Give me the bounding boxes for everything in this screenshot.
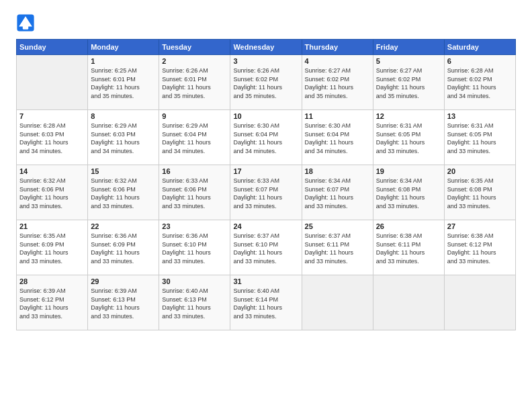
day-info: Sunrise: 6:39 AMSunset: 6:13 PMDaylight:… [91, 287, 156, 320]
day-number: 5 [376, 57, 441, 65]
day-info: Sunrise: 6:27 AMSunset: 6:02 PMDaylight:… [305, 66, 370, 100]
weekday-header-saturday: Saturday [444, 40, 515, 55]
week-row-3: 14Sunrise: 6:32 AMSunset: 6:06 PMDayligh… [17, 165, 516, 220]
header [16, 13, 516, 32]
day-number: 25 [305, 222, 370, 230]
day-info: Sunrise: 6:28 AMSunset: 6:02 PMDaylight:… [447, 66, 513, 100]
calendar-cell: 19Sunrise: 6:34 AMSunset: 6:08 PMDayligh… [373, 165, 444, 220]
calendar-cell: 21Sunrise: 6:35 AMSunset: 6:09 PMDayligh… [17, 220, 88, 275]
weekday-header-friday: Friday [373, 40, 444, 55]
calendar-cell: 20Sunrise: 6:35 AMSunset: 6:08 PMDayligh… [444, 165, 515, 220]
svg-rect-2 [23, 24, 28, 29]
calendar-cell: 16Sunrise: 6:33 AMSunset: 6:06 PMDayligh… [159, 165, 230, 220]
day-number: 21 [19, 222, 85, 230]
day-info: Sunrise: 6:37 AMSunset: 6:10 PMDaylight:… [233, 232, 298, 265]
calendar-cell: 18Sunrise: 6:34 AMSunset: 6:07 PMDayligh… [302, 165, 373, 220]
day-number: 26 [376, 222, 441, 230]
day-info: Sunrise: 6:35 AMSunset: 6:08 PMDaylight:… [447, 177, 513, 210]
week-row-1: 1Sunrise: 6:25 AMSunset: 6:01 PMDaylight… [17, 55, 516, 110]
calendar-cell [373, 275, 444, 330]
day-info: Sunrise: 6:28 AMSunset: 6:03 PMDaylight:… [19, 122, 85, 155]
day-number: 4 [305, 57, 370, 65]
calendar-cell: 29Sunrise: 6:39 AMSunset: 6:13 PMDayligh… [88, 275, 159, 330]
day-info: Sunrise: 6:38 AMSunset: 6:11 PMDaylight:… [376, 232, 441, 265]
calendar-cell [302, 275, 373, 330]
logo [16, 13, 38, 32]
day-number: 11 [305, 112, 370, 120]
day-number: 10 [233, 112, 298, 120]
day-number: 2 [162, 57, 227, 65]
calendar-cell: 15Sunrise: 6:32 AMSunset: 6:06 PMDayligh… [88, 165, 159, 220]
day-number: 17 [233, 167, 298, 175]
page: SundayMondayTuesdayWednesdayThursdayFrid… [0, 0, 532, 411]
calendar-cell: 11Sunrise: 6:30 AMSunset: 6:04 PMDayligh… [302, 110, 373, 165]
calendar-cell: 17Sunrise: 6:33 AMSunset: 6:07 PMDayligh… [230, 165, 302, 220]
day-number: 3 [233, 57, 298, 65]
header-row: SundayMondayTuesdayWednesdayThursdayFrid… [17, 40, 516, 55]
day-number: 23 [162, 222, 227, 230]
day-number: 9 [162, 112, 227, 120]
day-info: Sunrise: 6:26 AMSunset: 6:02 PMDaylight:… [233, 66, 298, 100]
weekday-header-thursday: Thursday [302, 40, 373, 55]
day-info: Sunrise: 6:36 AMSunset: 6:10 PMDaylight:… [162, 232, 227, 265]
day-number: 27 [447, 222, 513, 230]
calendar-cell: 1Sunrise: 6:25 AMSunset: 6:01 PMDaylight… [88, 55, 159, 110]
day-info: Sunrise: 6:38 AMSunset: 6:12 PMDaylight:… [447, 232, 513, 265]
calendar-cell: 10Sunrise: 6:30 AMSunset: 6:04 PMDayligh… [230, 110, 302, 165]
day-info: Sunrise: 6:29 AMSunset: 6:03 PMDaylight:… [91, 122, 156, 155]
day-number: 13 [447, 112, 513, 120]
day-info: Sunrise: 6:30 AMSunset: 6:04 PMDaylight:… [305, 122, 370, 155]
day-number: 22 [91, 222, 156, 230]
day-info: Sunrise: 6:34 AMSunset: 6:08 PMDaylight:… [376, 177, 441, 210]
calendar-cell: 28Sunrise: 6:39 AMSunset: 6:12 PMDayligh… [17, 275, 88, 330]
calendar-cell: 9Sunrise: 6:29 AMSunset: 6:04 PMDaylight… [159, 110, 230, 165]
calendar-cell: 8Sunrise: 6:29 AMSunset: 6:03 PMDaylight… [88, 110, 159, 165]
day-number: 16 [162, 167, 227, 175]
calendar-cell: 2Sunrise: 6:26 AMSunset: 6:01 PMDaylight… [159, 55, 230, 110]
day-number: 15 [91, 167, 156, 175]
day-info: Sunrise: 6:36 AMSunset: 6:09 PMDaylight:… [91, 232, 156, 265]
calendar-cell: 13Sunrise: 6:31 AMSunset: 6:05 PMDayligh… [444, 110, 515, 165]
calendar-cell: 12Sunrise: 6:31 AMSunset: 6:05 PMDayligh… [373, 110, 444, 165]
day-number: 19 [376, 167, 441, 175]
weekday-header-tuesday: Tuesday [159, 40, 230, 55]
weekday-header-monday: Monday [88, 40, 159, 55]
day-info: Sunrise: 6:32 AMSunset: 6:06 PMDaylight:… [19, 177, 85, 210]
calendar-cell: 3Sunrise: 6:26 AMSunset: 6:02 PMDaylight… [230, 55, 302, 110]
day-number: 7 [19, 112, 85, 120]
day-info: Sunrise: 6:33 AMSunset: 6:06 PMDaylight:… [162, 177, 227, 210]
calendar-cell: 6Sunrise: 6:28 AMSunset: 6:02 PMDaylight… [444, 55, 515, 110]
calendar-cell [17, 55, 88, 110]
day-info: Sunrise: 6:40 AMSunset: 6:14 PMDaylight:… [233, 287, 298, 320]
week-row-4: 21Sunrise: 6:35 AMSunset: 6:09 PMDayligh… [17, 220, 516, 275]
day-info: Sunrise: 6:39 AMSunset: 6:12 PMDaylight:… [19, 287, 85, 320]
calendar-cell: 22Sunrise: 6:36 AMSunset: 6:09 PMDayligh… [88, 220, 159, 275]
calendar-cell: 24Sunrise: 6:37 AMSunset: 6:10 PMDayligh… [230, 220, 302, 275]
day-number: 30 [162, 277, 227, 285]
day-info: Sunrise: 6:35 AMSunset: 6:09 PMDaylight:… [19, 232, 85, 265]
day-number: 18 [305, 167, 370, 175]
day-info: Sunrise: 6:26 AMSunset: 6:01 PMDaylight:… [162, 66, 227, 100]
day-number: 8 [91, 112, 156, 120]
day-number: 1 [91, 57, 156, 65]
day-info: Sunrise: 6:29 AMSunset: 6:04 PMDaylight:… [162, 122, 227, 155]
day-number: 28 [19, 277, 85, 285]
calendar-cell: 5Sunrise: 6:27 AMSunset: 6:02 PMDaylight… [373, 55, 444, 110]
calendar-cell: 4Sunrise: 6:27 AMSunset: 6:02 PMDaylight… [302, 55, 373, 110]
day-info: Sunrise: 6:33 AMSunset: 6:07 PMDaylight:… [233, 177, 298, 210]
calendar-cell [444, 275, 515, 330]
logo-icon [16, 13, 35, 32]
calendar-cell: 30Sunrise: 6:40 AMSunset: 6:13 PMDayligh… [159, 275, 230, 330]
day-number: 14 [19, 167, 85, 175]
day-info: Sunrise: 6:25 AMSunset: 6:01 PMDaylight:… [91, 66, 156, 100]
calendar-table: SundayMondayTuesdayWednesdayThursdayFrid… [16, 39, 516, 330]
day-info: Sunrise: 6:32 AMSunset: 6:06 PMDaylight:… [91, 177, 156, 210]
calendar-cell: 23Sunrise: 6:36 AMSunset: 6:10 PMDayligh… [159, 220, 230, 275]
day-number: 24 [233, 222, 298, 230]
week-row-5: 28Sunrise: 6:39 AMSunset: 6:12 PMDayligh… [17, 275, 516, 330]
day-info: Sunrise: 6:31 AMSunset: 6:05 PMDaylight:… [447, 122, 513, 155]
weekday-header-sunday: Sunday [17, 40, 88, 55]
calendar-cell: 31Sunrise: 6:40 AMSunset: 6:14 PMDayligh… [230, 275, 302, 330]
day-info: Sunrise: 6:31 AMSunset: 6:05 PMDaylight:… [376, 122, 441, 155]
day-info: Sunrise: 6:34 AMSunset: 6:07 PMDaylight:… [305, 177, 370, 210]
